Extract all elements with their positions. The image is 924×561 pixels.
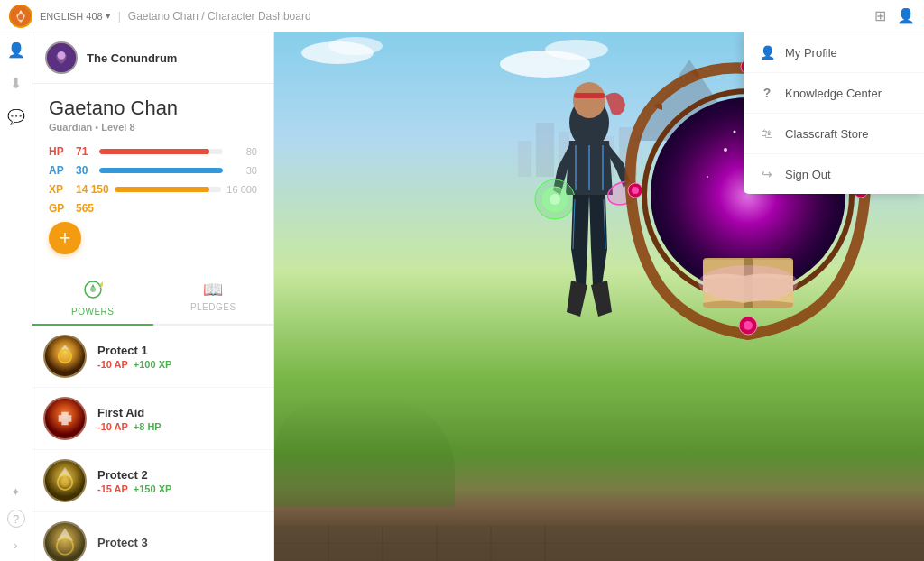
breadcrumb: Gaetano Chan / Character Dashboard <box>128 10 311 23</box>
app-logo[interactable] <box>9 5 32 28</box>
svg-point-12 <box>60 478 69 486</box>
gp-value: 565 <box>76 202 94 215</box>
power-icon-protect3 <box>43 521 87 561</box>
svg-text:⚡: ⚡ <box>97 280 103 289</box>
xp-bar <box>115 187 209 192</box>
stats-section: Gaetano Chan Guardian • Level 8 HP 71 80… <box>32 84 273 263</box>
power-icon-firstaid <box>43 397 87 440</box>
gp-label: GP <box>49 202 70 215</box>
hp-max: 80 <box>228 146 257 157</box>
dropdown-store-label: Classcraft Store <box>785 127 868 141</box>
protect1-ap-cost: -10 AP <box>97 359 128 370</box>
ap-max: 30 <box>228 165 257 176</box>
power-info-protect1: Protect 1 -10 AP +100 XP <box>97 344 263 370</box>
group-name: The Conundrum <box>87 51 177 65</box>
firstaid-hp-cost: +8 HP <box>134 421 162 432</box>
protect1-xp-cost: +100 XP <box>134 359 172 370</box>
dropdown-knowledge-label: Knowledge Center <box>785 87 882 100</box>
power-icon-protect1 <box>43 335 87 378</box>
pledges-tab-icon: 📖 <box>203 280 224 299</box>
hp-bar-container <box>99 149 223 154</box>
power-name-protect1: Protect 1 <box>97 344 263 357</box>
sidebar: The Conundrum Gaetano Chan Guardian • Le… <box>32 32 274 561</box>
power-info-protect2: Protect 2 -15 AP +150 XP <box>97 468 263 494</box>
svg-point-8 <box>59 350 72 363</box>
character-name: Gaetano Chan <box>49 97 257 120</box>
group-avatar <box>45 41 78 74</box>
nav-collapse-icon[interactable]: › <box>14 538 17 552</box>
power-cost-protect1: -10 AP +100 XP <box>97 359 263 370</box>
power-item-protect1[interactable]: Protect 1 -10 AP +100 XP <box>32 326 273 388</box>
store-icon: 🛍 <box>760 126 774 141</box>
power-item-firstaid[interactable]: First Aid -10 AP +8 HP <box>32 388 273 450</box>
svg-rect-23 <box>574 93 605 98</box>
tabs: ⚡ POWERS 📖 PLEDGES <box>32 272 273 326</box>
nav-help-icon[interactable]: ? <box>7 510 25 528</box>
top-bar: ENGLISH 408 ▾ | Gaetano Chan / Character… <box>0 0 924 32</box>
svg-point-22 <box>573 82 605 118</box>
power-cost-firstaid: -10 AP +8 HP <box>97 421 263 432</box>
profile-icon: 👤 <box>760 45 774 60</box>
powers-tab-icon: ⚡ <box>83 280 103 304</box>
xp-row: XP 14 150 16 000 <box>49 183 257 196</box>
dropdown-signout-label: Sign Out <box>785 168 831 181</box>
cloud-2 <box>328 37 383 55</box>
power-icon-protect2 <box>43 459 87 502</box>
power-item-protect2[interactable]: Protect 2 -15 AP +150 XP <box>32 450 273 512</box>
top-bar-right: ⊞ 👤 <box>874 7 915 24</box>
top-bar-left: ENGLISH 408 ▾ | Gaetano Chan / Character… <box>9 5 311 28</box>
svg-point-41 <box>707 176 708 178</box>
nav-chat-icon[interactable]: 💬 <box>7 108 25 125</box>
main-content: 👤 My Profile ? Knowledge Center 🛍 Classc… <box>274 32 924 561</box>
hp-bar <box>99 149 209 154</box>
svg-point-26 <box>550 194 560 205</box>
power-item-protect3[interactable]: Protect 3 <box>32 512 273 561</box>
svg-point-1 <box>18 14 23 20</box>
ap-row: AP 30 30 <box>49 164 257 177</box>
hp-label: HP <box>49 145 70 158</box>
powers-tab-label: POWERS <box>71 307 114 317</box>
svg-point-33 <box>632 187 639 194</box>
user-settings-icon[interactable]: 👤 <box>897 7 915 24</box>
dropdown-my-profile[interactable]: 👤 My Profile <box>744 32 924 73</box>
nav-profile-icon[interactable]: 👤 <box>7 41 25 59</box>
sidebar-header: The Conundrum <box>32 32 273 84</box>
tab-powers[interactable]: ⚡ POWERS <box>32 272 153 326</box>
svg-point-35 <box>744 321 753 330</box>
power-name-firstaid: First Aid <box>97 406 263 419</box>
nav-download-icon[interactable]: ⬇ <box>10 75 22 92</box>
hp-row: HP 71 80 <box>49 145 257 158</box>
xp-value: 14 150 <box>76 183 109 196</box>
xp-label: XP <box>49 183 70 196</box>
svg-point-5 <box>90 287 96 292</box>
svg-point-3 <box>58 51 66 60</box>
language-badge[interactable]: ENGLISH 408 ▾ <box>40 10 111 22</box>
powers-list: Protect 1 -10 AP +100 XP First Aid -10 A… <box>32 326 273 561</box>
tab-pledges[interactable]: 📖 PLEDGES <box>153 272 274 324</box>
firstaid-ap-cost: -10 AP <box>97 421 128 432</box>
pledges-tab-label: PLEDGES <box>190 302 236 312</box>
dropdown-knowledge-center[interactable]: ? Knowledge Center <box>744 73 924 114</box>
grid-icon[interactable]: ⊞ <box>874 7 886 24</box>
protect2-ap-cost: -15 AP <box>97 483 128 494</box>
power-cost-protect2: -15 AP +150 XP <box>97 483 263 494</box>
power-name-protect2: Protect 2 <box>97 468 263 482</box>
dropdown-profile-label: My Profile <box>785 46 837 60</box>
gp-row: GP 565 <box>49 202 257 215</box>
signout-icon: ↪ <box>760 167 774 181</box>
main-layout: 👤 ⬇ 💬 ✦ ? › The Conundrum Gaetano Chan <box>0 32 924 561</box>
dropdown-sign-out[interactable]: ↪ Sign Out <box>744 154 924 194</box>
svg-point-39 <box>724 148 727 152</box>
power-info-firstaid: First Aid -10 AP +8 HP <box>97 406 263 432</box>
knowledge-icon: ? <box>760 86 774 100</box>
vegetation-left <box>274 399 455 507</box>
dropdown-classcraft-store[interactable]: 🛍 Classcraft Store <box>744 114 924 154</box>
ap-bar-container <box>99 168 223 173</box>
add-button[interactable]: + <box>49 222 81 254</box>
power-info-protect3: Protect 3 <box>97 536 263 551</box>
nav-star-icon[interactable]: ✦ <box>11 485 21 499</box>
xp-max: 16 000 <box>226 184 257 195</box>
svg-point-48 <box>698 265 798 301</box>
hp-value: 71 <box>76 145 94 158</box>
protect2-xp-cost: +150 XP <box>134 483 172 494</box>
